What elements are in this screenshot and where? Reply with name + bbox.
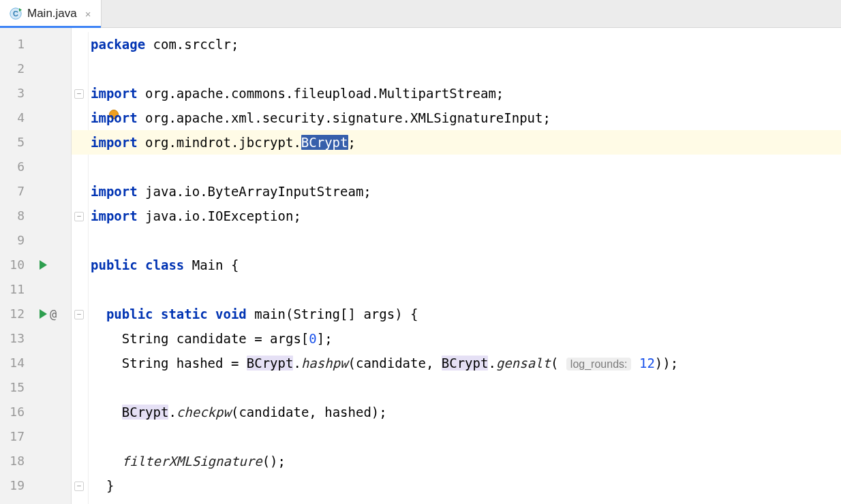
code-line[interactable] (72, 277, 841, 302)
code-line[interactable] (72, 57, 841, 81)
code-line[interactable]: String candidate = args[0]; (72, 326, 841, 351)
line-number: 14 (0, 351, 27, 375)
token-kw: import (91, 208, 145, 223)
code-line[interactable] (72, 228, 841, 253)
editor-tab-label: Main.java (27, 7, 77, 20)
code-line[interactable]: } (72, 473, 841, 498)
token: java.io.IOException; (145, 208, 301, 223)
line-number: 11 (0, 277, 27, 302)
code-line[interactable]: import java.io.ByteArrayInputStream; (72, 179, 841, 204)
gutter-row[interactable]: 16 (0, 400, 71, 424)
line-number: 2 (0, 57, 27, 81)
line-number: 16 (0, 400, 27, 424)
token: (); (262, 454, 286, 469)
gutter-row[interactable]: 18 (0, 449, 71, 473)
token (91, 454, 122, 469)
code-line[interactable]: package com.srcclr; (72, 32, 841, 57)
token: String hashed = (91, 356, 247, 371)
line-number: 19 (0, 473, 27, 498)
gutter-row[interactable]: 3 (0, 81, 71, 106)
token: java.io.ByteArrayInputStream; (145, 184, 371, 199)
gutter-row[interactable]: 6 (0, 155, 71, 179)
token-it: hashpw (301, 356, 348, 371)
line-number: 5 (0, 130, 27, 155)
token-num: 0 (309, 331, 316, 346)
run-icon[interactable] (40, 309, 47, 319)
line-number: 12 (0, 302, 27, 326)
token: org.apache.commons.fileupload.MultipartS… (145, 86, 504, 101)
token (91, 405, 122, 420)
code-line[interactable] (72, 424, 841, 449)
token-kw: import (91, 184, 145, 199)
code-line[interactable] (72, 155, 841, 179)
token (631, 356, 639, 371)
line-number: 4 (0, 106, 27, 130)
code-line[interactable]: import org.mindrot.jbcrypt.BCrypt; (72, 130, 841, 155)
code-line[interactable]: public class Main { (72, 253, 841, 277)
ide-window: C Main.java × 123456789101112@1314151617… (0, 0, 841, 504)
gutter-row[interactable]: 8 (0, 204, 71, 228)
token: org.apache.xml.security.signature.XMLSig… (145, 110, 551, 125)
gutter-row[interactable]: 7 (0, 179, 71, 204)
token: ; (348, 135, 356, 150)
token: String candidate = args[ (91, 331, 309, 346)
token: (candidate, (348, 356, 442, 371)
override-icon[interactable]: @ (50, 302, 57, 326)
token-kw: import (91, 110, 145, 125)
code-editor[interactable]: 123456789101112@13141516171819 package c… (0, 28, 841, 504)
token: ( (551, 356, 566, 371)
gutter-row[interactable]: 17 (0, 424, 71, 449)
line-number: 18 (0, 449, 27, 473)
token-it: gensalt (496, 356, 551, 371)
line-number: 8 (0, 204, 27, 228)
token: com.srcclr; (153, 37, 239, 52)
gutter-row[interactable]: 9 (0, 228, 71, 253)
token: main(String[] args) { (254, 306, 418, 321)
code-line[interactable]: public static void main(String[] args) { (72, 302, 841, 326)
code-line[interactable]: import org.apache.xml.security.signature… (72, 106, 841, 130)
line-number: 1 (0, 32, 27, 57)
line-number: 17 (0, 424, 27, 449)
token: org.mindrot.jbcrypt. (145, 135, 301, 150)
editor-tab-main-java[interactable]: C Main.java × (0, 0, 102, 27)
code-line[interactable]: String hashed = BCrypt.hashpw(candidate,… (72, 351, 841, 375)
token-sel: BCrypt (301, 135, 348, 150)
token: . (488, 356, 495, 371)
code-line[interactable]: import java.io.IOException; (72, 204, 841, 228)
gutter-icons: @ (27, 302, 71, 326)
token-usage: BCrypt (122, 405, 169, 420)
gutter-row[interactable]: 14 (0, 351, 71, 375)
code-line[interactable]: BCrypt.checkpw(candidate, hashed); (72, 400, 841, 424)
gutter-row[interactable]: 11 (0, 277, 71, 302)
close-icon[interactable]: × (85, 9, 91, 19)
gutter[interactable]: 123456789101112@13141516171819 (0, 28, 72, 504)
token: (candidate, hashed); (231, 405, 387, 420)
gutter-row[interactable]: 15 (0, 375, 71, 400)
token-it: filterXMLSignature (122, 454, 262, 469)
line-number: 3 (0, 81, 27, 106)
code-area[interactable]: package com.srcclr;import org.apache.com… (72, 28, 841, 504)
code-line[interactable]: filterXMLSignature(); (72, 449, 841, 473)
gutter-row[interactable]: 10 (0, 253, 71, 277)
token: ]; (317, 331, 333, 346)
gutter-row[interactable]: 12@ (0, 302, 71, 326)
gutter-row[interactable]: 13 (0, 326, 71, 351)
line-number: 15 (0, 375, 27, 400)
gutter-row[interactable]: 4 (0, 106, 71, 130)
run-icon[interactable] (40, 260, 47, 270)
token: . (293, 356, 301, 371)
line-number: 10 (0, 253, 27, 277)
gutter-row[interactable]: 1 (0, 32, 71, 57)
token: } (91, 478, 114, 493)
token (91, 306, 106, 321)
code-line[interactable] (72, 375, 841, 400)
gutter-row[interactable]: 5 (0, 130, 71, 155)
line-number: 9 (0, 228, 27, 253)
token-kw: import (91, 135, 145, 150)
token-kw: package (91, 37, 153, 52)
gutter-row[interactable]: 19 (0, 473, 71, 498)
gutter-row[interactable]: 2 (0, 57, 71, 81)
line-number: 13 (0, 326, 27, 351)
line-number: 6 (0, 155, 27, 179)
code-line[interactable]: import org.apache.commons.fileupload.Mul… (72, 81, 841, 106)
